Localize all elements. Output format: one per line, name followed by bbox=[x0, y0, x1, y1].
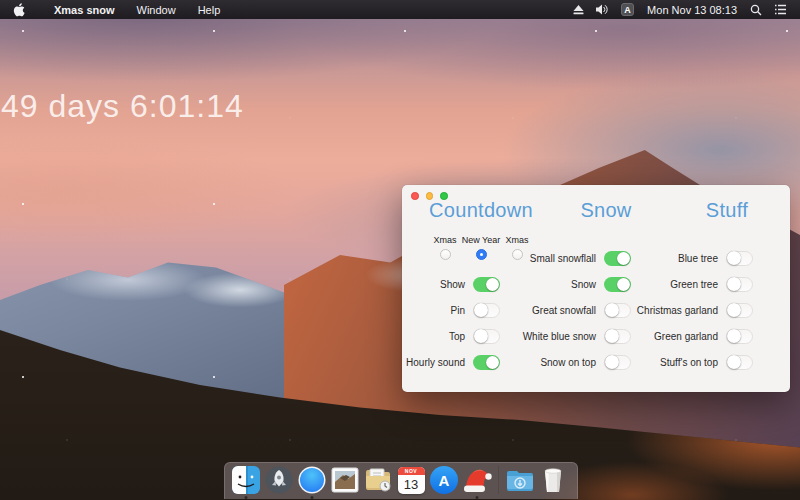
radio-item-1-new-year: New Year bbox=[463, 235, 499, 260]
setting-label: Snow on top bbox=[540, 357, 596, 368]
toggle-white-blue-snow[interactable] bbox=[604, 329, 631, 344]
column-header-snow: Snow bbox=[580, 199, 631, 222]
radio-label: Xmas bbox=[433, 235, 456, 245]
setting-label: Hourly sound bbox=[406, 357, 465, 368]
setting-label: Christmas garland bbox=[637, 305, 718, 316]
toggle-christmas-garland[interactable] bbox=[726, 303, 753, 318]
toggle-knob bbox=[605, 303, 619, 317]
running-indicator bbox=[476, 496, 479, 499]
setting-label: Pin bbox=[451, 305, 465, 316]
toggle-hourly-sound[interactable] bbox=[473, 355, 500, 370]
toggle-knob bbox=[727, 329, 741, 343]
dock-calendar-icon[interactable]: NOV 13 bbox=[396, 465, 426, 495]
xmas-snow-settings-window: CountdownXmasNew YearXmasShowPinTopHourl… bbox=[402, 185, 790, 392]
dock-trash-icon[interactable] bbox=[538, 465, 568, 495]
setting-row-small-snowflall: Small snowflall bbox=[530, 245, 631, 271]
running-indicator bbox=[245, 496, 248, 499]
toggle-snow-on-top[interactable] bbox=[604, 355, 631, 370]
radio-label: Xmas bbox=[505, 235, 528, 245]
radio-1-new-year[interactable] bbox=[476, 249, 487, 260]
toggle-knob bbox=[605, 329, 619, 343]
toggle-green-garland[interactable] bbox=[726, 329, 753, 344]
menu-item-help[interactable]: Help bbox=[187, 0, 232, 19]
toggle-pin[interactable] bbox=[473, 303, 500, 318]
dock-mail-icon[interactable] bbox=[330, 465, 360, 495]
countdown-toggle-column: ShowPinTopHourly sound bbox=[406, 271, 500, 375]
setting-row-show: Show bbox=[440, 271, 500, 297]
volume-icon[interactable] bbox=[593, 0, 612, 19]
setting-row-pin: Pin bbox=[451, 297, 500, 323]
radio-0-xmas[interactable] bbox=[440, 249, 451, 260]
setting-row-stuff-s-on-top: Stuff's on top bbox=[660, 349, 753, 375]
dock-xmas-snow-icon[interactable] bbox=[462, 465, 492, 495]
toggle-knob bbox=[486, 356, 499, 369]
menu-bar-status-area: A Mon Nov 13 08:13 bbox=[570, 0, 800, 19]
calendar-day-label: 13 bbox=[398, 475, 425, 494]
toggle-small-snowflall[interactable] bbox=[604, 251, 631, 266]
dock-launchpad-icon[interactable] bbox=[264, 465, 294, 495]
toggle-green-tree[interactable] bbox=[726, 277, 753, 292]
menu-bar-clock[interactable]: Mon Nov 13 08:13 bbox=[643, 4, 741, 16]
screen: 49 days 6:01:14 Xmas snowWindowHelp bbox=[0, 0, 800, 500]
setting-label: Green garland bbox=[654, 331, 718, 342]
menu-item-xmas-snow[interactable]: Xmas snow bbox=[43, 0, 126, 19]
setting-row-snow: Snow bbox=[571, 271, 631, 297]
dock-documents-icon[interactable] bbox=[363, 465, 393, 495]
stuff-toggle-column: Blue treeGreen treeChristmas garlandGree… bbox=[637, 245, 753, 375]
setting-label: Green tree bbox=[670, 279, 718, 290]
toggle-blue-tree[interactable] bbox=[726, 251, 753, 266]
radio-2-xmas[interactable] bbox=[512, 249, 523, 260]
setting-row-green-tree: Green tree bbox=[670, 271, 753, 297]
setting-row-top: Top bbox=[449, 323, 500, 349]
toggle-knob bbox=[474, 329, 488, 343]
close-button[interactable] bbox=[411, 192, 419, 200]
menu-items: Xmas snowWindowHelp bbox=[43, 0, 231, 19]
desktop-countdown-text: 49 days 6:01:14 bbox=[1, 88, 244, 125]
input-source-icon[interactable]: A bbox=[618, 0, 637, 19]
setting-label: Blue tree bbox=[678, 253, 718, 264]
dock-finder-icon[interactable] bbox=[231, 465, 261, 495]
radio-item-0-xmas: Xmas bbox=[427, 235, 463, 260]
spotlight-search-icon[interactable] bbox=[747, 0, 765, 19]
radio-label: New Year bbox=[462, 235, 501, 245]
toggle-knob bbox=[474, 303, 488, 317]
menu-bar: Xmas snowWindowHelp A Mon Nov 13 08:13 bbox=[0, 0, 800, 19]
toggle-knob bbox=[727, 251, 741, 265]
toggle-knob bbox=[727, 277, 741, 291]
setting-label: Small snowflall bbox=[530, 253, 596, 264]
toggle-great-snowfall[interactable] bbox=[604, 303, 631, 318]
toggle-knob bbox=[727, 355, 741, 369]
countdown-mode-radio-group: XmasNew YearXmas bbox=[427, 235, 535, 260]
calendar-month-label: NOV bbox=[398, 467, 425, 475]
column-header-countdown: Countdown bbox=[429, 199, 533, 222]
column-header-stuff: Stuff bbox=[706, 199, 748, 222]
dock: NOV 13 A bbox=[224, 462, 578, 499]
toggle-snow[interactable] bbox=[604, 277, 631, 292]
setting-label: Show bbox=[440, 279, 465, 290]
setting-label: Top bbox=[449, 331, 465, 342]
setting-label: Stuff's on top bbox=[660, 357, 718, 368]
setting-label: Great snowfall bbox=[532, 305, 596, 316]
snow-toggle-column: Small snowflallSnowGreat snowfallWhite b… bbox=[523, 245, 631, 375]
notification-center-icon[interactable] bbox=[771, 0, 790, 19]
running-indicator bbox=[311, 496, 314, 499]
apple-menu-icon[interactable] bbox=[13, 3, 25, 17]
dock-app-store-icon[interactable]: A bbox=[429, 465, 459, 495]
dock-separator bbox=[498, 466, 499, 494]
toggle-knob bbox=[605, 355, 619, 369]
toggle-knob bbox=[727, 303, 741, 317]
toggle-show[interactable] bbox=[473, 277, 500, 292]
setting-row-white-blue-snow: White blue snow bbox=[523, 323, 631, 349]
dock-downloads-folder-icon[interactable] bbox=[505, 465, 535, 495]
menu-item-window[interactable]: Window bbox=[126, 0, 187, 19]
setting-row-blue-tree: Blue tree bbox=[678, 245, 753, 271]
dock-safari-icon[interactable] bbox=[297, 465, 327, 495]
setting-row-snow-on-top: Snow on top bbox=[540, 349, 631, 375]
setting-row-great-snowfall: Great snowfall bbox=[532, 297, 631, 323]
toggle-top[interactable] bbox=[473, 329, 500, 344]
setting-label: White blue snow bbox=[523, 331, 596, 342]
toggle-stuff-s-on-top[interactable] bbox=[726, 355, 753, 370]
eject-icon[interactable] bbox=[570, 0, 587, 19]
toggle-knob bbox=[486, 278, 499, 291]
setting-label: Snow bbox=[571, 279, 596, 290]
